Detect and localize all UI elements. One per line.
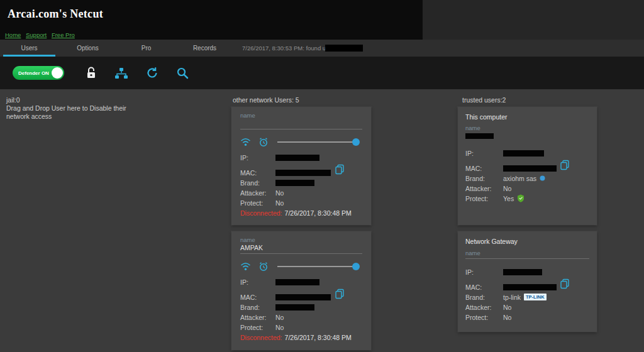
redacted-ip	[503, 150, 544, 157]
copy-icon[interactable]	[335, 289, 345, 299]
card-title: Network Gateway	[465, 238, 589, 246]
wifi-icon[interactable]	[240, 262, 251, 271]
attacker-value: No	[503, 304, 511, 311]
redacted-ip	[275, 155, 319, 161]
name-label: name	[240, 112, 362, 119]
search-icon[interactable]	[176, 67, 189, 79]
link-support[interactable]: Support	[26, 31, 47, 38]
ip-label: IP:	[240, 154, 275, 162]
brand-label: Brand:	[465, 294, 503, 301]
tab-users[interactable]: Users	[0, 40, 58, 57]
card-title: This computer	[465, 113, 589, 121]
copy-icon[interactable]	[335, 164, 345, 175]
name-underline	[465, 258, 589, 259]
redacted-mac	[503, 165, 557, 172]
mac-label: MAC:	[240, 294, 275, 301]
protect-label: Protect:	[465, 314, 503, 321]
brand-globe-icon	[540, 175, 545, 181]
unlock-icon[interactable]	[86, 66, 97, 80]
topbar-right-panel	[423, 0, 644, 40]
bandwidth-slider[interactable]	[277, 266, 358, 267]
protect-value: No	[275, 199, 284, 207]
jail-dropzone[interactable]: jail:0 Drag and Drop User here to Disabl…	[6, 96, 143, 121]
tab-bar: Users Options Pro Records 7/26/2017, 8:3…	[0, 40, 644, 57]
protect-label: Protect:	[465, 195, 503, 202]
attacker-label: Attacker:	[240, 189, 275, 197]
link-home[interactable]: Home	[5, 31, 21, 38]
brand-value: tp-link	[503, 294, 521, 301]
title-bar: Arcai.com's Netcut Home Support Free Pro	[0, 0, 423, 40]
ip-label: IP:	[240, 278, 275, 286]
defender-toggle-label: Defender ON	[18, 70, 49, 76]
name-label: name	[465, 124, 589, 132]
alarm-icon[interactable]	[258, 137, 269, 147]
link-free-pro[interactable]: Free Pro	[52, 31, 75, 38]
disconnected-label: Disconnected:	[240, 334, 282, 341]
network-hub-icon[interactable]	[114, 67, 128, 79]
protect-value: Yes	[503, 195, 514, 202]
ip-label: IP:	[465, 150, 503, 157]
redacted-name	[465, 133, 494, 139]
protect-shield-icon	[517, 194, 525, 202]
nav-links: Home Support Free Pro	[5, 31, 78, 38]
brand-value: axiohm sas	[503, 175, 536, 182]
wifi-icon[interactable]	[240, 138, 251, 146]
bandwidth-slider[interactable]	[277, 141, 358, 143]
name-label: name	[240, 236, 362, 244]
found-user-status: 7/26/2017, 8:30:53 PM: found user:	[242, 40, 336, 57]
jail-hint: Drag and Drop User here to Disable their…	[6, 104, 143, 121]
app-title: Arcai.com's Netcut	[8, 8, 103, 21]
name-value	[240, 119, 362, 128]
redacted-mac	[275, 170, 331, 176]
name-value: AMPAK	[240, 244, 362, 252]
redacted-found-user	[325, 45, 363, 52]
name-underline	[240, 253, 362, 254]
mac-label: MAC:	[465, 283, 503, 291]
disconnected-time: 7/26/2017, 8:30:48 PM	[285, 334, 352, 341]
copy-icon[interactable]	[560, 160, 570, 170]
tab-records[interactable]: Records	[175, 40, 234, 57]
trusted-users-header: trusted users:2	[462, 96, 506, 104]
redacted-ip	[503, 269, 542, 275]
disconnected-time: 7/26/2017, 8:30:48 PM	[285, 209, 352, 217]
attacker-value: No	[275, 314, 284, 321]
disconnected-label: Disconnected:	[240, 209, 282, 217]
attacker-value: No	[503, 185, 511, 192]
protect-value: No	[503, 314, 511, 321]
redacted-brand	[275, 180, 314, 186]
refresh-icon[interactable]	[146, 67, 158, 79]
redacted-mac	[503, 284, 557, 290]
tab-options[interactable]: Options	[58, 40, 117, 57]
network-user-card[interactable]: name AMPAK IP: MAC:	[231, 231, 371, 350]
tab-pro[interactable]: Pro	[117, 40, 175, 57]
protect-label: Protect:	[240, 324, 275, 331]
redacted-ip	[275, 279, 319, 285]
jail-count: jail:0	[6, 96, 143, 104]
redacted-mac	[275, 294, 331, 300]
other-users-header: other network Users: 5	[233, 96, 299, 104]
name-label: name	[465, 250, 589, 257]
alarm-icon[interactable]	[258, 261, 269, 272]
attacker-label: Attacker:	[465, 304, 503, 311]
main-area: jail:0 Drag and Drop User here to Disabl…	[0, 89, 644, 352]
brand-label: Brand:	[465, 175, 503, 182]
mac-label: MAC:	[465, 165, 503, 172]
attacker-value: No	[275, 189, 284, 197]
toolbar: Defender ON	[0, 57, 644, 89]
gateway-card[interactable]: Network Gateway name IP: MAC: Brand:tp-l…	[458, 231, 597, 332]
copy-icon[interactable]	[560, 278, 570, 289]
brand-label: Brand:	[240, 179, 275, 187]
toggle-knob	[52, 67, 63, 79]
slider-knob[interactable]	[352, 263, 360, 270]
attacker-label: Attacker:	[465, 185, 503, 192]
name-underline	[240, 129, 362, 129]
mac-label: MAC:	[240, 169, 275, 177]
trusted-user-card[interactable]: This computer name IP: MAC: Brand:axiohm…	[458, 107, 597, 225]
ip-label: IP:	[465, 268, 503, 276]
protect-label: Protect:	[240, 199, 275, 207]
attacker-label: Attacker:	[240, 314, 275, 321]
slider-knob[interactable]	[352, 138, 360, 146]
protect-value: No	[275, 324, 284, 331]
network-user-card[interactable]: name IP: MAC:	[231, 107, 371, 225]
defender-toggle[interactable]: Defender ON	[13, 66, 64, 80]
